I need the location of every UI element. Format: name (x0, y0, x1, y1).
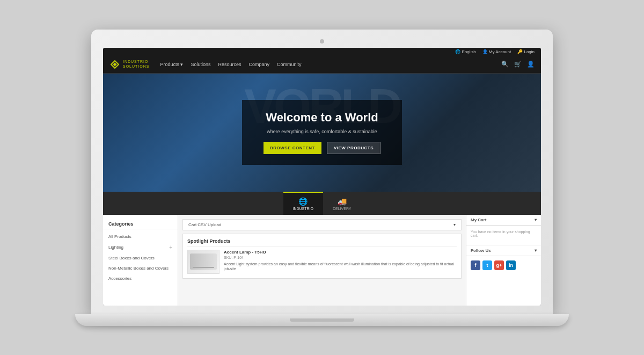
nav-resources[interactable]: Resources (218, 62, 241, 67)
top-bar: 🌐 English 👤 My Account 🔑 Login (103, 48, 541, 56)
hero-title: Welcome to a World (264, 111, 380, 125)
cart-header[interactable]: My Cart ▾ (466, 215, 541, 226)
spotlight-title: Spotlight Products (187, 238, 457, 247)
laptop-base (75, 314, 569, 326)
sidebar-item-label: Accessories (108, 276, 131, 281)
sidebar: Categories All Products Lighting + Steel… (103, 215, 178, 306)
csv-dropdown-icon: ▾ (453, 222, 456, 227)
screen: 🌐 English 👤 My Account 🔑 Login (103, 48, 541, 306)
hero-section: VORLD Welcome to a World where everythin… (103, 74, 541, 192)
search-icon[interactable]: 🔍 (501, 61, 509, 68)
nav-solutions[interactable]: Solutions (191, 62, 210, 67)
right-column: My Cart ▾ You have no items in your shop… (466, 215, 541, 306)
logo-icon (109, 59, 120, 70)
sidebar-item-accessories[interactable]: Accessories (103, 273, 178, 284)
product-info: Accent Lamp - T5HO SKU: P-104 Accent Lig… (224, 250, 457, 274)
csv-upload-bar[interactable]: Cart CSV Upload ▾ (182, 219, 462, 230)
follow-title: Follow Us (471, 248, 491, 253)
product-sku: SKU: P-104 (224, 256, 457, 259)
sidebar-item-all-products[interactable]: All Products (103, 231, 178, 242)
nav-community[interactable]: Community (277, 62, 302, 67)
nav-right: 🔍 🛒 👤 (501, 61, 535, 68)
spotlight-section: Spotlight Products Accent Lamp - T5HO SK… (182, 234, 462, 279)
view-products-button[interactable]: VIEW PRODUCTS (327, 142, 380, 154)
expand-icon: + (169, 244, 172, 250)
product-description: Accent Light system provides an easy and… (224, 262, 457, 272)
main-content: Categories All Products Lighting + Steel… (103, 215, 541, 306)
delivery-tab-label: DELIVERY (333, 207, 352, 211)
tab-delivery[interactable]: 🚚 DELIVERY (323, 192, 361, 215)
sidebar-item-non-metallic-boxes[interactable]: Non-Metallic Boxes and Covers (103, 263, 178, 273)
my-account-link[interactable]: 👤 My Account (482, 49, 511, 54)
login-link[interactable]: 🔑 Login (517, 49, 535, 54)
twitter-icon[interactable]: t (482, 260, 492, 270)
follow-dropdown-icon: ▾ (535, 248, 537, 253)
sidebar-item-lighting[interactable]: Lighting + (103, 242, 178, 253)
cart-empty-message: You have no items in your shopping cart. (466, 226, 541, 242)
center-column: Cart CSV Upload ▾ Spotlight Products (178, 215, 466, 306)
cart-title: My Cart (471, 218, 486, 222)
browse-content-button[interactable]: BROWSE CONTENT (264, 142, 321, 154)
nav-links: Products ▾ Solutions Resources Company C… (160, 62, 491, 67)
logo-text: INDUSTRIO SOLUTIONS (123, 60, 149, 69)
hero-subtitle: where everything is safe, comfortable & … (264, 129, 380, 134)
tab-industrio[interactable]: 🌐 INDUSTRIO (283, 192, 324, 215)
csv-label: Cart CSV Upload (188, 222, 221, 227)
navbar: INDUSTRIO SOLUTIONS Products ▾ Solutions… (103, 56, 541, 74)
tab-row: 🌐 INDUSTRIO 🚚 DELIVERY (103, 192, 541, 215)
sidebar-item-label: Non-Metallic Boxes and Covers (108, 266, 169, 271)
profile-icon[interactable]: 👤 (527, 61, 535, 68)
product-image (187, 250, 219, 274)
industrio-tab-icon: 🌐 (293, 197, 314, 206)
social-icons: f t g+ in (466, 256, 541, 274)
sidebar-item-steel-boxes[interactable]: Steel Boxes and Covers (103, 253, 178, 263)
facebook-icon[interactable]: f (471, 260, 480, 270)
language-switcher[interactable]: 🌐 English (455, 49, 475, 54)
laptop-camera (320, 39, 324, 44)
sidebar-title: Categories (103, 219, 178, 229)
follow-header[interactable]: Follow Us ▾ (466, 245, 541, 256)
logo[interactable]: INDUSTRIO SOLUTIONS (109, 59, 149, 70)
hero-buttons: BROWSE CONTENT VIEW PRODUCTS (264, 142, 380, 154)
product-name: Accent Lamp - T5HO (224, 250, 457, 255)
sidebar-item-label: Lighting (108, 245, 123, 250)
product-card: Accent Lamp - T5HO SKU: P-104 Accent Lig… (187, 250, 457, 274)
product-image-inner (190, 253, 217, 270)
cart-dropdown-icon: ▾ (535, 218, 537, 222)
website: 🌐 English 👤 My Account 🔑 Login (103, 48, 541, 306)
google-plus-icon[interactable]: g+ (494, 260, 504, 270)
linkedin-icon[interactable]: in (506, 260, 516, 270)
laptop-container: 🌐 English 👤 My Account 🔑 Login (80, 11, 564, 344)
sidebar-item-label: Steel Boxes and Covers (108, 256, 155, 260)
sidebar-item-label: All Products (108, 234, 131, 239)
delivery-tab-icon: 🚚 (333, 197, 352, 206)
industrio-tab-label: INDUSTRIO (293, 207, 314, 211)
nav-products[interactable]: Products ▾ (160, 62, 183, 67)
hero-overlay: Welcome to a World where everything is s… (242, 100, 402, 165)
laptop-body: 🌐 English 👤 My Account 🔑 Login (91, 30, 553, 314)
cart-icon[interactable]: 🛒 (514, 61, 522, 68)
nav-company[interactable]: Company (249, 62, 270, 67)
